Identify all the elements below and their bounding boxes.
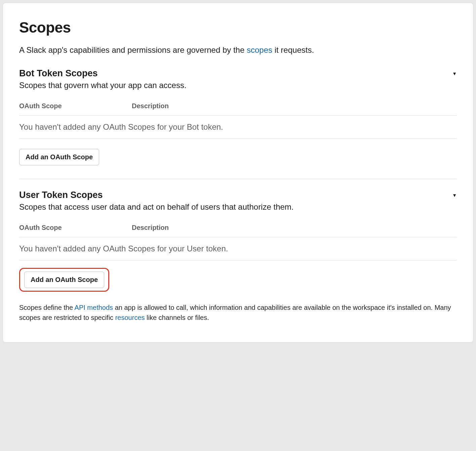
section-divider [19,179,457,179]
intro-suffix: it requests. [272,45,314,54]
user-section-header: User Token Scopes ▼ [19,190,457,202]
bot-section-title: Bot Token Scopes [19,68,98,79]
bot-table-header: OAuth Scope Description [19,102,457,116]
user-col-oauth-header: OAuth Scope [19,224,132,232]
caret-down-icon[interactable]: ▼ [452,193,457,198]
page-title: Scopes [19,19,457,36]
user-empty-message: You haven't added any OAuth Scopes for y… [19,237,457,260]
bot-col-oauth-header: OAuth Scope [19,102,132,110]
api-methods-link[interactable]: API methods [75,304,113,311]
footer-text-3: like channels or files. [145,314,209,321]
scopes-link[interactable]: scopes [247,45,272,54]
bot-section-header: Bot Token Scopes ▼ [19,68,457,81]
user-section-title: User Token Scopes [19,190,103,200]
scopes-card: Scopes A Slack app's capabilities and pe… [9,9,467,336]
bot-empty-message: You haven't added any OAuth Scopes for y… [19,116,457,139]
bot-scope-table: OAuth Scope Description You haven't adde… [19,102,457,139]
footer-text: Scopes define the API methods an app is … [19,300,457,323]
user-section-subtitle: Scopes that access user data and act on … [19,202,457,212]
user-col-desc-header: Description [132,224,169,232]
user-button-row: Add an OAuth Scope [19,260,457,300]
bot-col-desc-header: Description [132,102,169,110]
bot-button-row: Add an OAuth Scope [19,139,457,179]
footer-text-1: Scopes define the [19,304,75,311]
add-user-oauth-scope-button[interactable]: Add an OAuth Scope [24,272,104,288]
resources-link[interactable]: resources [115,314,145,321]
caret-down-icon[interactable]: ▼ [452,71,457,76]
bot-section-subtitle: Scopes that govern what your app can acc… [19,81,457,90]
scopes-panel: Scopes A Slack app's capabilities and pe… [3,3,473,342]
intro-text: A Slack app's capabilities and permissio… [19,44,457,56]
intro-prefix: A Slack app's capabilities and permissio… [19,45,247,54]
highlight-annotation: Add an OAuth Scope [19,268,109,292]
add-bot-oauth-scope-button[interactable]: Add an OAuth Scope [19,149,99,165]
user-table-header: OAuth Scope Description [19,224,457,237]
user-scope-table: OAuth Scope Description You haven't adde… [19,224,457,260]
